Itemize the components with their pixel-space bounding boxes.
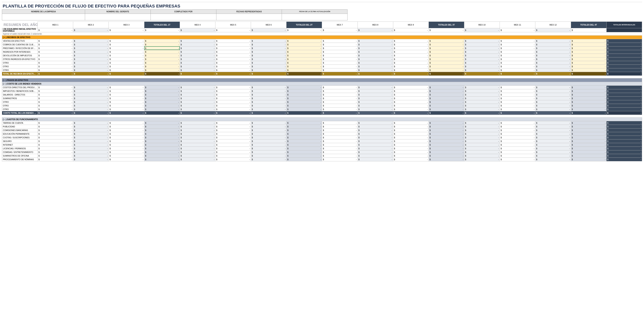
money-cell[interactable]: $-: [393, 143, 428, 146]
money-cell[interactable]: $-: [38, 86, 73, 89]
money-cell[interactable]: $-: [109, 150, 144, 154]
money-cell[interactable]: $-: [73, 50, 109, 54]
money-cell[interactable]: $-: [109, 154, 144, 158]
money-cell[interactable]: $-: [215, 107, 251, 111]
money-cell[interactable]: $-: [393, 68, 428, 72]
money-cell[interactable]: $-: [180, 54, 215, 57]
money-cell[interactable]: $-: [358, 43, 393, 46]
money-cell[interactable]: $-: [500, 154, 535, 158]
money-cell[interactable]: $-: [215, 96, 251, 100]
money-cell[interactable]: $-: [251, 54, 286, 57]
money-cell[interactable]: $-: [38, 93, 73, 96]
money-cell[interactable]: $-: [322, 132, 358, 136]
money-cell[interactable]: $-: [215, 64, 251, 68]
money-cell[interactable]: $-: [38, 46, 73, 50]
money-cell[interactable]: $-: [251, 64, 286, 68]
money-cell[interactable]: $-: [215, 139, 251, 143]
money-cell[interactable]: $-: [358, 39, 393, 43]
money-cell[interactable]: $-: [109, 89, 144, 93]
money-cell[interactable]: $-: [535, 43, 571, 46]
money-cell[interactable]: $-: [500, 93, 535, 96]
money-cell[interactable]: $-: [109, 50, 144, 54]
money-cell[interactable]: $-: [535, 86, 571, 89]
money-cell[interactable]: $-: [109, 158, 144, 161]
money-cell[interactable]: $-: [109, 136, 144, 139]
money-cell[interactable]: $-: [464, 121, 500, 125]
money-cell[interactable]: $-: [535, 57, 571, 61]
money-cell[interactable]: $-: [535, 139, 571, 143]
money-cell[interactable]: $-: [322, 61, 358, 64]
money-cell[interactable]: $-: [38, 39, 73, 43]
money-cell[interactable]: $-: [215, 93, 251, 96]
money-cell[interactable]: $-: [464, 46, 500, 50]
money-cell[interactable]: $-: [358, 54, 393, 57]
money-cell[interactable]: $-: [251, 158, 286, 161]
money-cell[interactable]: $-: [180, 132, 215, 136]
info-update-val[interactable]: [282, 14, 348, 20]
money-cell[interactable]: $-: [180, 125, 215, 128]
money-cell[interactable]: $-: [464, 43, 500, 46]
money-cell[interactable]: $-: [393, 150, 428, 154]
money-cell[interactable]: $-: [215, 136, 251, 139]
money-cell[interactable]: $-: [73, 39, 109, 43]
money-cell[interactable]: $-: [215, 128, 251, 132]
money-cell[interactable]: $-: [251, 154, 286, 158]
money-cell[interactable]: $-: [109, 146, 144, 150]
money-cell[interactable]: $-: [358, 132, 393, 136]
money-cell[interactable]: $-: [38, 125, 73, 128]
money-cell[interactable]: $-: [180, 43, 215, 46]
money-cell[interactable]: $-: [464, 154, 500, 158]
money-cell[interactable]: $-: [251, 39, 286, 43]
money-cell[interactable]: $-: [215, 89, 251, 93]
money-cell[interactable]: $-: [73, 68, 109, 72]
money-cell[interactable]: $-: [358, 68, 393, 72]
money-cell[interactable]: $-: [500, 100, 535, 104]
money-cell[interactable]: $-: [215, 121, 251, 125]
money-cell[interactable]: $-: [38, 139, 73, 143]
money-cell[interactable]: $-: [38, 28, 73, 32]
money-cell[interactable]: $-: [73, 154, 109, 158]
money-cell[interactable]: $-: [393, 96, 428, 100]
money-cell[interactable]: $-: [180, 28, 215, 32]
money-cell[interactable]: $-: [109, 61, 144, 64]
money-cell[interactable]: $-: [215, 158, 251, 161]
money-cell[interactable]: $-: [251, 136, 286, 139]
money-cell[interactable]: $-: [393, 28, 428, 32]
money-cell[interactable]: $-: [464, 143, 500, 146]
money-cell[interactable]: $-: [38, 136, 73, 139]
money-cell[interactable]: $-: [358, 139, 393, 143]
money-cell[interactable]: $-: [358, 128, 393, 132]
money-cell[interactable]: $-: [73, 28, 109, 32]
money-cell[interactable]: $-: [393, 39, 428, 43]
money-cell[interactable]: $-: [500, 86, 535, 89]
money-cell[interactable]: $-: [535, 136, 571, 139]
money-cell[interactable]: $-: [73, 61, 109, 64]
money-cell[interactable]: $-: [393, 128, 428, 132]
money-cell[interactable]: $-: [109, 64, 144, 68]
info-dates-val[interactable]: [216, 14, 282, 20]
money-cell[interactable]: $-: [215, 57, 251, 61]
money-cell[interactable]: $-: [73, 89, 109, 93]
money-cell[interactable]: $-: [109, 132, 144, 136]
money-cell[interactable]: $-: [535, 146, 571, 150]
money-cell[interactable]: $-: [535, 46, 571, 50]
money-cell[interactable]: $-: [393, 100, 428, 104]
money-cell[interactable]: $-: [464, 86, 500, 89]
money-cell[interactable]: $-: [535, 50, 571, 54]
money-cell[interactable]: $-: [38, 43, 73, 46]
money-cell[interactable]: $-: [322, 93, 358, 96]
money-cell[interactable]: $-: [109, 28, 144, 32]
money-cell[interactable]: $-: [358, 104, 393, 107]
money-cell[interactable]: $-: [322, 121, 358, 125]
money-cell[interactable]: $-: [38, 68, 73, 72]
money-cell[interactable]: $-: [393, 43, 428, 46]
money-cell[interactable]: $-: [73, 107, 109, 111]
money-cell[interactable]: $-: [73, 46, 109, 50]
money-cell[interactable]: $-: [500, 50, 535, 54]
money-cell[interactable]: $-: [38, 54, 73, 57]
money-cell[interactable]: $-: [109, 121, 144, 125]
money-cell[interactable]: $-: [109, 125, 144, 128]
money-cell[interactable]: $-: [358, 46, 393, 50]
money-cell[interactable]: $-: [322, 146, 358, 150]
money-cell[interactable]: $-: [393, 132, 428, 136]
